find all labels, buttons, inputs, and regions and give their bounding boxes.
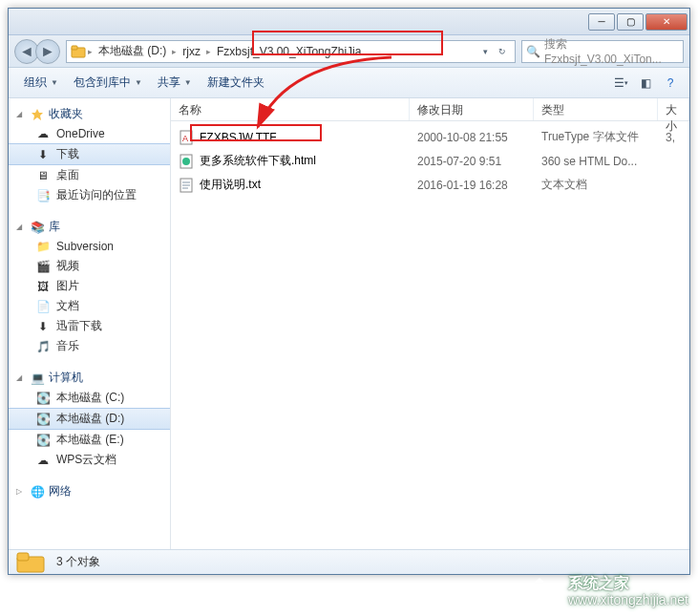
file-row[interactable]: 更多系统软件下载.html 2015-07-20 9:51 360 se HTM… [171,149,689,173]
search-icon: 🔍 [526,45,540,58]
star-icon [30,107,45,122]
collapse-icon: ◢ [16,373,26,382]
folder-icon [71,44,86,59]
watermark: 系统之家 www.xitongzhijia.net [518,572,688,610]
svg-rect-13 [535,595,544,606]
search-input[interactable]: 🔍 搜索 Fzxbsjt_V3.00_XiTon... [521,40,684,63]
address-bar: ◄ ► ▸ 本地磁盘 (D:) ▸ rjxz ▸ Fzxbsjt_V3.00_X… [9,35,689,68]
nav-computer-header[interactable]: ◢ 💻 计算机 [9,368,170,388]
chevron-right-icon: ▸ [170,47,179,56]
download-icon: ⬇ [35,147,51,162]
nav-item-xunlei[interactable]: ⬇迅雷下载 [9,316,170,336]
nav-item-desktop[interactable]: 🖥桌面 [9,165,170,185]
video-icon: 🎬 [35,259,51,274]
nav-item-drive-c[interactable]: 💽本地磁盘 (C:) [9,388,170,408]
refresh-button[interactable]: ↻ [494,47,511,56]
nav-forward-button[interactable]: ► [35,39,60,64]
column-type[interactable]: 类型 [534,98,658,120]
desktop-icon: 🖥 [35,168,51,183]
library-icon: 📚 [30,220,45,235]
breadcrumb-item[interactable]: Fzxbsjt_V3.00_XiTongZhiJia [213,45,365,58]
nav-item-wps-cloud[interactable]: ☁WPS云文档 [9,450,170,470]
nav-favorites-header[interactable]: ◢ 收藏夹 [9,104,170,124]
watermark-title: 系统之家 [568,574,688,592]
minimize-button[interactable]: ─ [588,13,615,31]
folder-icon: 📁 [35,239,51,254]
organize-menu[interactable]: 组织▼ [16,68,66,97]
computer-icon: 💻 [30,371,45,386]
nav-item-music[interactable]: 🎵音乐 [9,336,170,356]
expand-icon: ▷ [16,487,26,496]
drive-icon: 💽 [35,412,51,427]
new-folder-button[interactable]: 新建文件夹 [200,68,272,97]
view-options-button[interactable]: ☰▾ [609,73,632,94]
text-file-icon [179,178,194,193]
status-bar: 3 个对象 [9,549,689,574]
drive-icon: 💽 [35,433,51,448]
nav-item-documents[interactable]: 📄文档 [9,296,170,316]
address-history-dropdown[interactable]: ▾ [476,47,494,56]
document-icon: 📄 [35,299,51,314]
file-list-pane: 名称 修改日期 类型 大小 AFZXBSJW.TTF 2000-10-08 21… [171,98,689,549]
music-icon: 🎵 [35,339,51,354]
include-library-menu[interactable]: 包含到库中▼ [66,68,150,97]
svg-rect-12 [17,553,29,561]
nav-network-header[interactable]: ▷ 🌐 网络 [9,481,170,501]
nav-item-subversion[interactable]: 📁Subversion [9,237,170,256]
navigation-pane[interactable]: ◢ 收藏夹 ☁OneDrive ⬇下载 🖥桌面 📑最近访问的位置 ◢ 📚 库 📁… [9,98,171,549]
svg-point-6 [182,158,190,165]
drive-icon: 💽 [35,391,51,406]
breadcrumb-item[interactable]: rjxz [179,45,204,58]
column-name[interactable]: 名称 [171,98,410,120]
picture-icon: 🖼 [35,279,51,294]
column-headers: 名称 修改日期 类型 大小 [171,98,689,121]
address-box[interactable]: ▸ 本地磁盘 (D:) ▸ rjxz ▸ Fzxbsjt_V3.00_XiTon… [66,40,516,63]
maximize-button[interactable]: ▢ [617,13,644,31]
search-placeholder: 搜索 Fzxbsjt_V3.00_XiTon... [544,36,679,66]
nav-item-recent[interactable]: 📑最近访问的位置 [9,185,170,205]
svg-marker-2 [32,109,43,120]
folder-icon [16,551,47,574]
collapse-icon: ◢ [16,223,26,231]
collapse-icon: ◢ [16,110,26,118]
breadcrumb-item[interactable]: 本地磁盘 (D:) [95,43,170,59]
object-count: 3 个对象 [56,554,100,570]
file-row[interactable]: 使用说明.txt 2016-01-19 16:28 文本文档 [171,173,689,197]
svg-rect-1 [72,46,77,50]
recent-icon: 📑 [35,188,51,203]
toolbar: 组织▼ 包含到库中▼ 共享▼ 新建文件夹 ☰▾ ◧ ? [9,68,689,98]
titlebar: ─ ▢ ✕ [9,9,689,35]
nav-item-drive-d[interactable]: 💽本地磁盘 (D:) [9,408,170,430]
nav-item-onedrive[interactable]: ☁OneDrive [9,124,170,143]
download-icon: ⬇ [35,319,51,334]
font-file-icon: A [179,130,194,145]
network-icon: 🌐 [30,484,45,499]
cloud-icon: ☁ [35,126,51,141]
column-date[interactable]: 修改日期 [410,98,534,120]
nav-item-downloads[interactable]: ⬇下载 [9,143,170,165]
close-button[interactable]: ✕ [645,13,687,31]
cloud-icon: ☁ [35,453,51,468]
nav-item-drive-e[interactable]: 💽本地磁盘 (E:) [9,430,170,450]
html-file-icon [179,154,194,169]
preview-pane-button[interactable]: ◧ [634,73,657,94]
share-menu[interactable]: 共享▼ [150,68,200,97]
chevron-right-icon: ▸ [86,47,95,56]
svg-text:A: A [182,134,188,143]
nav-item-pictures[interactable]: 🖼图片 [9,276,170,296]
nav-libraries-header[interactable]: ◢ 📚 库 [9,217,170,237]
watermark-logo-icon [518,572,561,610]
nav-item-videos[interactable]: 🎬视频 [9,256,170,276]
column-size[interactable]: 大小 [658,98,689,120]
file-row[interactable]: AFZXBSJW.TTF 2000-10-08 21:55 TrueType 字… [171,125,689,149]
chevron-right-icon: ▸ [204,47,213,56]
help-button[interactable]: ? [659,73,682,94]
watermark-url: www.xitongzhijia.net [568,592,688,608]
